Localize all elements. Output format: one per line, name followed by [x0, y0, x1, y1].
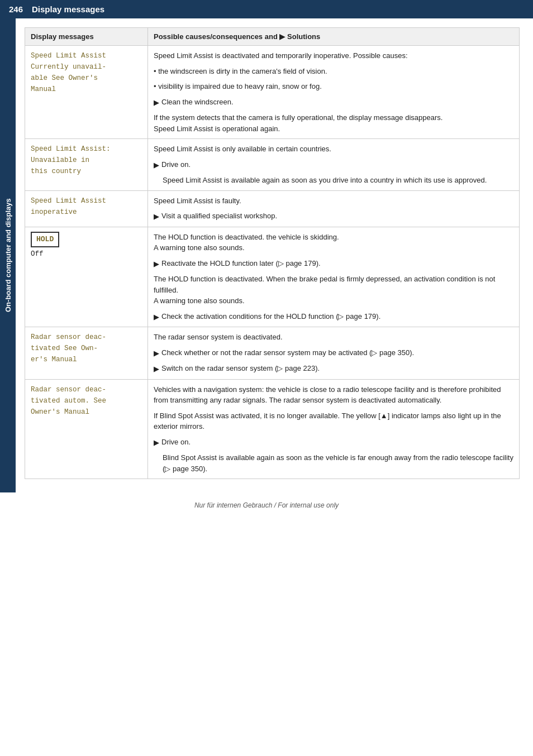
- display-table: Display messages Possible causes/consequ…: [25, 27, 520, 479]
- table-row: Radar sensor deac- tivated autom. See Ow…: [25, 379, 520, 479]
- paragraph: Vehicles with a navigation system: the v…: [154, 384, 513, 406]
- paragraph: If the system detects that the camera is…: [154, 112, 513, 134]
- paragraph: • the windscreen is dirty in the camera'…: [154, 66, 513, 77]
- content-wrapper: On-board computer and displays Display m…: [0, 18, 533, 492]
- message-cell: Radar sensor deac- tivated See Own- er's…: [25, 327, 148, 380]
- paragraph: ▶ Check the activation conditions for th…: [154, 311, 513, 323]
- paragraph: ▶ Check whether or not the radar sensor …: [154, 347, 513, 359]
- solution-cell: Speed Limit Assist is only available in …: [148, 139, 520, 191]
- paragraph: ▶ Drive on.: [154, 159, 513, 171]
- paragraph: ▶ Visit a qualified specialist workshop.: [154, 210, 513, 222]
- message-cell: Speed Limit Assist inoperative: [25, 190, 148, 227]
- paragraph: Speed Limit Assist is faulty.: [154, 195, 513, 207]
- paragraph: If Blind Spot Assist was activated, it i…: [154, 410, 513, 432]
- message-cell: Radar sensor deac- tivated autom. See Ow…: [25, 379, 148, 479]
- col2-header: Possible causes/consequences and ▶ Solut…: [148, 28, 520, 46]
- paragraph: ▶ Switch on the radar sensor system (▷ p…: [154, 363, 513, 375]
- table-row: Speed Limit Assist inoperativeSpeed Limi…: [25, 190, 520, 227]
- paragraph: Speed Limit Assist is deactivated and te…: [154, 50, 513, 61]
- main-content: Display messages Possible causes/consequ…: [16, 18, 533, 492]
- paragraph: Speed Limit Assist is only available in …: [154, 143, 513, 155]
- page-number: 246: [9, 4, 23, 14]
- paragraph: ▶ Drive on.: [154, 437, 513, 448]
- paragraph: The HOLD function is deactivated. the ve…: [154, 232, 513, 253]
- off-label: Off: [31, 248, 142, 260]
- table-row: Radar sensor deac- tivated See Own- er's…: [25, 327, 520, 380]
- table-row: HOLDOffThe HOLD function is deactivated.…: [25, 227, 520, 327]
- paragraph: • visibility is impaired due to heavy ra…: [154, 81, 513, 92]
- sidebar-label: On-board computer and displays: [0, 18, 16, 492]
- footer-text: Nur für internen Gebrauch / For internal…: [194, 501, 339, 509]
- message-cell: HOLDOff: [25, 227, 148, 327]
- solution-cell: Vehicles with a navigation system: the v…: [148, 379, 520, 479]
- solution-cell: The HOLD function is deactivated. the ve…: [148, 227, 520, 327]
- solution-cell: Speed Limit Assist is deactivated and te…: [148, 46, 520, 139]
- solution-cell: Speed Limit Assist is faulty.▶ Visit a q…: [148, 190, 520, 227]
- page-header: 246 Display messages: [0, 0, 533, 18]
- table-row: Speed Limit Assist: Unavailable in this …: [25, 139, 520, 191]
- paragraph: ▶ Reactivate the HOLD function later (▷ …: [154, 258, 513, 270]
- solution-cell: The radar sensor system is deactivated.▶…: [148, 327, 520, 380]
- message-cell: Speed Limit Assist Currently unavail- ab…: [25, 46, 148, 139]
- paragraph: ▶ Clean the windscreen.: [154, 97, 513, 108]
- page-title: Display messages: [32, 4, 104, 14]
- col1-header: Display messages: [25, 28, 148, 46]
- hold-box: HOLD: [31, 232, 142, 249]
- message-cell: Speed Limit Assist: Unavailable in this …: [25, 139, 148, 191]
- page-footer: Nur für internen Gebrauch / For internal…: [0, 492, 533, 514]
- paragraph: The HOLD function is deactivated. When t…: [154, 274, 513, 307]
- paragraph: Speed Limit Assist is available again as…: [154, 175, 513, 186]
- paragraph: The radar sensor system is deactivated.: [154, 332, 513, 343]
- table-row: Speed Limit Assist Currently unavail- ab…: [25, 46, 520, 139]
- paragraph: Blind Spot Assist is available again as …: [154, 452, 513, 474]
